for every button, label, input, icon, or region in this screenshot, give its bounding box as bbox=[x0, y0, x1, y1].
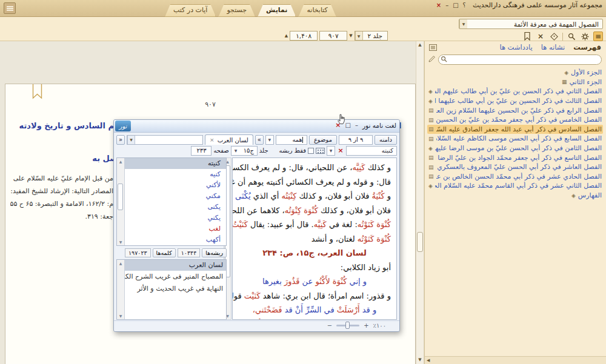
sidebar-pin-icon[interactable] bbox=[429, 44, 437, 51]
toc-item[interactable]: الفصل التاسع في ذكر أبي جعفر محمّد الجوا… bbox=[427, 153, 603, 162]
tab-scroll-right-button[interactable]: » bbox=[255, 135, 264, 145]
dictionary-tab[interactable]: لسان العرب × bbox=[205, 134, 253, 145]
roots-button[interactable]: ریشه‌ها bbox=[202, 248, 227, 257]
toc-item-label: الفصل العاشر في ذكر أبي الحسن عليّ المعر… bbox=[436, 163, 602, 171]
dictionary-word[interactable]: مكني bbox=[125, 191, 226, 202]
toc-item[interactable]: الفصل السابع في ذكر أبي الحسن موسى الكاظ… bbox=[427, 134, 603, 144]
sidebar-horizontal-scrollbar[interactable]: ◀ bbox=[425, 356, 606, 364]
search-icon[interactable] bbox=[567, 31, 576, 41]
tab-scroll-left-button[interactable]: « bbox=[116, 135, 125, 145]
help-button[interactable]: ؟ bbox=[463, 2, 466, 9]
toc-item[interactable]: الفصل الثالث في ذكر الحسين بن عليّ بن أب… bbox=[427, 96, 603, 106]
book-selector-combobox[interactable]: الفصول المهمة في معرفة الأئمة ▼ bbox=[459, 19, 603, 29]
zoom-slider[interactable] bbox=[336, 325, 359, 326]
dialog-titlebar[interactable]: نور × □ – لغت نامه نور bbox=[114, 120, 399, 133]
dictionary-word[interactable]: يكني bbox=[125, 213, 226, 223]
dictionary-word[interactable]: كنيته bbox=[125, 158, 226, 169]
chevron-down-icon[interactable]: ▼ bbox=[265, 135, 274, 145]
source-item[interactable]: لسان العرب bbox=[125, 260, 226, 271]
dictionary-combobox[interactable]: ▼ bbox=[127, 135, 203, 145]
subject-input[interactable]: همه bbox=[276, 135, 307, 145]
close-button[interactable]: × bbox=[436, 2, 441, 9]
scroll-down-icon[interactable]: ▼ bbox=[117, 314, 124, 318]
entry-line: كُنْوَة كَنَوْتُه لغتان، و أنشد bbox=[238, 232, 391, 247]
page-total-field[interactable]: ۱,۴۰۸ bbox=[290, 31, 318, 41]
scroll-left-icon[interactable]: ◀ bbox=[427, 358, 430, 363]
maximize-button[interactable]: □ bbox=[453, 2, 458, 9]
words-button[interactable]: كلمه‌ها bbox=[153, 248, 176, 257]
tag-icon[interactable] bbox=[549, 31, 559, 41]
tab-search[interactable]: جستجو bbox=[218, 4, 255, 17]
dialog-maximize-button[interactable]: □ bbox=[345, 122, 351, 129]
page-down-spinner[interactable]: ▼ bbox=[349, 33, 352, 38]
scroll-up-icon[interactable]: ▲ bbox=[117, 159, 124, 164]
scrollbar-thumb[interactable] bbox=[118, 184, 123, 210]
toc-item-label: الفصل الثاني في ذكر الحسن بن عليّ بن أبي… bbox=[435, 87, 602, 95]
sidebar-tab-index[interactable]: فهرست bbox=[573, 43, 601, 51]
scroll-down-icon[interactable]: ▼ bbox=[117, 240, 124, 244]
openbook-icon: ▦ bbox=[562, 79, 567, 85]
dialog-minimize-button[interactable]: – bbox=[355, 122, 358, 129]
remove-icon[interactable]: × bbox=[536, 31, 545, 41]
word-list-scrollbar[interactable]: ▲ ▼ bbox=[117, 158, 125, 245]
page-up-spinner[interactable]: ▲ bbox=[285, 33, 288, 38]
toc-item[interactable]: الجزء الثاني ▦ bbox=[427, 78, 603, 87]
toc-item[interactable]: الجزء الأول ◈ bbox=[427, 68, 603, 78]
word-search-input[interactable]: كنيته bbox=[346, 146, 397, 156]
dialog-page-field[interactable]: ۲۳۳ bbox=[191, 146, 211, 156]
toc-item[interactable]: الفصل العاشر في ذكر أبي الحسن عليّ المعر… bbox=[427, 162, 603, 172]
bookmark-icon[interactable] bbox=[522, 31, 532, 41]
tab-view[interactable]: نمایش bbox=[258, 4, 296, 17]
page-bookmark-ribbon-icon[interactable] bbox=[32, 84, 42, 101]
tab-library[interactable]: کتابخانه bbox=[298, 4, 336, 17]
scroll-down-icon[interactable]: ▼ bbox=[416, 357, 424, 362]
toc-item[interactable]: الفصل الخامس في ذكر أبي جعفر محمّد بن عل… bbox=[427, 115, 603, 125]
toc-item[interactable]: الفصل الحادي عشر في ذكر أبي محمّد الحسن … bbox=[427, 172, 603, 182]
chevron-down-icon[interactable]: ▼ bbox=[327, 146, 335, 156]
pencil-icon[interactable] bbox=[428, 55, 436, 64]
toc-item[interactable]: الفصل الثاني في ذكر الحسن بن عليّ بن أبي… bbox=[427, 87, 603, 96]
toc-item[interactable]: الفصل الثاني عشر في ذكر أبي القاسم محمّد… bbox=[427, 181, 603, 191]
toc-item[interactable]: الفصل الثامن في ذكر أبي الحسن عليّ بن مو… bbox=[427, 144, 603, 153]
dialog-volume-selector[interactable]: ج۱۵▼ bbox=[231, 146, 258, 156]
scrollbar-thumb[interactable] bbox=[417, 232, 423, 252]
dictionary-word[interactable]: لأكني bbox=[125, 180, 226, 191]
clear-search-icon[interactable]: × bbox=[337, 147, 344, 154]
dictionary-word[interactable]: يكنى bbox=[125, 202, 226, 213]
volume-selector[interactable]: جلد ۲ ▼ bbox=[355, 31, 388, 41]
dictionary-word[interactable]: أكهب bbox=[125, 234, 226, 245]
scroll-up-icon[interactable]: ▲ bbox=[416, 42, 424, 47]
dictionary-word[interactable]: لغب bbox=[125, 223, 226, 234]
entry-line: كُنْوَة كَنَوْتُه: لغة في كَنِيَّه. قال … bbox=[238, 217, 391, 232]
source-item[interactable]: المصباح المنير فى غريب الشرح الكبير للرا… bbox=[125, 271, 226, 283]
zoom-out-button[interactable]: − bbox=[327, 322, 332, 329]
chevron-down-icon[interactable]: ▼ bbox=[355, 31, 363, 40]
document-scrollbar[interactable]: ▲ ▼ bbox=[416, 41, 424, 364]
settings-gear-icon[interactable] bbox=[580, 31, 590, 41]
root-only-checkbox[interactable] bbox=[308, 148, 314, 154]
dictionary-word[interactable]: كنيه bbox=[125, 169, 226, 180]
minimize-button[interactable]: – bbox=[445, 2, 448, 9]
tab-verses-in-books[interactable]: آیات در کتب bbox=[165, 4, 216, 17]
sidebar-tab-notes[interactable]: یادداشت ها bbox=[499, 43, 532, 51]
book-icon: ◈ bbox=[428, 88, 433, 94]
scope-button[interactable]: دامنه bbox=[375, 135, 397, 145]
toc-item[interactable]: الفهارس ◈ bbox=[427, 191, 603, 200]
zoom-in-button[interactable]: + bbox=[364, 322, 368, 329]
page-current-field[interactable]: ۹۰۷ bbox=[319, 31, 347, 41]
subject-button[interactable]: موضوع bbox=[309, 135, 337, 145]
tab-close-icon[interactable]: × bbox=[210, 137, 215, 143]
index-list-icon[interactable]: ≡ bbox=[593, 31, 603, 41]
scroll-up-icon[interactable]: ▲ bbox=[117, 261, 124, 265]
toc-item[interactable]: الفصل الرابع في ذكر عليّ بن الحسين عليهم… bbox=[427, 105, 603, 115]
sources-scrollbar[interactable]: ▲ ▼ bbox=[117, 260, 125, 319]
toc-item[interactable]: الفصل السادس في ذكر أبي عبد الله جعفر ال… bbox=[427, 125, 603, 134]
zoom-slider-thumb[interactable] bbox=[345, 322, 350, 329]
keyboard-icon[interactable] bbox=[316, 148, 325, 154]
chevron-down-icon[interactable]: ▼ bbox=[127, 136, 135, 144]
chevron-down-icon[interactable]: ▼ bbox=[459, 19, 467, 28]
sidebar-tab-bookmarks[interactable]: نشانه ها bbox=[541, 43, 565, 51]
sidebar-search-input[interactable] bbox=[438, 55, 602, 65]
source-item[interactable]: النهاية في غريب الحديث و الأثر bbox=[125, 283, 226, 295]
menu-hamburger-icon[interactable] bbox=[4, 2, 16, 14]
